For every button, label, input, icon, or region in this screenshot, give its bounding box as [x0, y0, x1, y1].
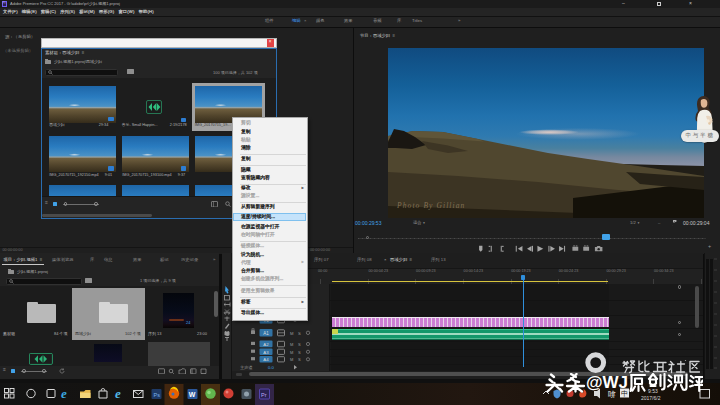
svg-text:W: W — [189, 391, 196, 398]
svg-text:A1: A1 — [263, 331, 269, 336]
svg-text:A3: A3 — [263, 350, 269, 355]
svg-text:M: M — [290, 342, 293, 347]
svg-text:S: S — [298, 350, 301, 355]
svg-text:主声道: 主声道 — [240, 365, 253, 370]
svg-text:S: S — [298, 357, 301, 362]
svg-text:M: M — [290, 357, 293, 362]
svg-text:e: e — [61, 386, 67, 401]
svg-text:Ps: Ps — [154, 392, 161, 398]
svg-text:A4: A4 — [263, 357, 269, 362]
svg-text:0.0: 0.0 — [268, 365, 274, 370]
svg-text:S: S — [298, 331, 301, 336]
svg-text:M: M — [290, 331, 294, 336]
svg-text:2017/6/2: 2017/6/2 — [641, 395, 661, 401]
svg-text:e: e — [115, 386, 121, 401]
svg-text:A2: A2 — [263, 342, 269, 347]
svg-text:Pr: Pr — [261, 392, 267, 398]
svg-text:S: S — [298, 342, 301, 347]
svg-text:M: M — [290, 350, 293, 355]
